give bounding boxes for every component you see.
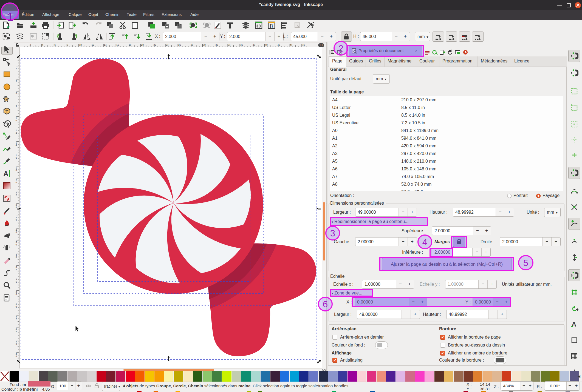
svg-text:4: 4 [16, 206, 17, 209]
svg-text:30: 30 [203, 44, 206, 46]
svg-text:6: 6 [16, 218, 17, 221]
svg-text:4: 4 [16, 268, 17, 271]
svg-text:8: 8 [16, 293, 17, 296]
svg-text:16: 16 [116, 44, 119, 46]
svg-text:6: 6 [54, 44, 56, 46]
svg-text:4: 4 [42, 44, 43, 46]
svg-text:10: 10 [79, 44, 82, 46]
svg-text:20: 20 [141, 44, 144, 46]
svg-text:2: 2 [16, 194, 17, 196]
svg-text:2: 2 [16, 318, 17, 321]
svg-text:8: 8 [16, 355, 17, 358]
svg-text:0: 0 [16, 181, 17, 184]
svg-text:{}: {} [270, 24, 273, 28]
svg-text:2: 2 [30, 44, 31, 46]
svg-text:46: 46 [302, 44, 305, 46]
svg-text:A: A [3, 170, 9, 178]
svg-text:2: 2 [16, 256, 17, 258]
svg-text:22: 22 [154, 44, 156, 46]
svg-text:2: 2 [16, 131, 17, 134]
svg-text:24: 24 [166, 44, 169, 46]
svg-text:32: 32 [216, 44, 218, 46]
svg-text:4: 4 [16, 144, 17, 147]
svg-text:12: 12 [92, 44, 94, 46]
svg-text:8: 8 [67, 44, 68, 46]
svg-text:6: 6 [16, 281, 17, 283]
svg-text:40: 40 [265, 44, 268, 46]
svg-text:8: 8 [16, 169, 17, 171]
svg-text:0: 0 [16, 119, 17, 122]
svg-text:26: 26 [178, 44, 181, 46]
svg-text:44: 44 [290, 44, 293, 46]
svg-text:6: 6 [16, 92, 17, 95]
svg-text:36: 36 [240, 44, 243, 46]
svg-text:2: 2 [16, 67, 17, 70]
svg-text:28: 28 [191, 44, 193, 46]
svg-text:14: 14 [104, 44, 107, 46]
svg-text:0: 0 [16, 243, 17, 246]
svg-text:8: 8 [16, 104, 17, 107]
svg-text:0: 0 [16, 305, 17, 308]
svg-text:8: 8 [16, 231, 17, 234]
svg-text:18: 18 [129, 44, 131, 46]
svg-text:38: 38 [253, 44, 255, 46]
svg-text:42: 42 [277, 44, 280, 46]
svg-text:6: 6 [16, 156, 17, 159]
svg-text:4: 4 [16, 79, 17, 82]
svg-text:34: 34 [228, 44, 231, 46]
svg-text:6: 6 [16, 343, 17, 345]
svg-text:4: 4 [16, 330, 17, 333]
